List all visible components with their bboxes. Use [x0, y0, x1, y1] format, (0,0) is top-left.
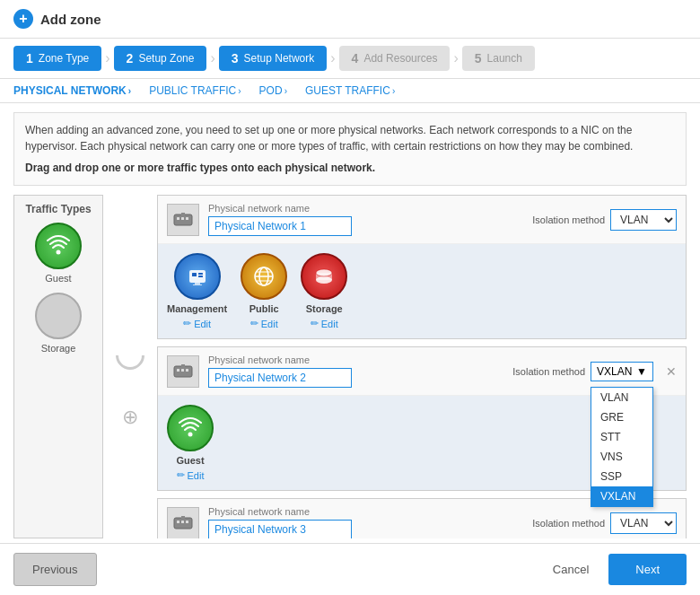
dropdown-option-vlan[interactable]: VLAN [591, 388, 652, 407]
traffic-item-storage[interactable]: Storage [22, 293, 95, 354]
isolation-label-1: Isolation method [532, 214, 605, 225]
subnav-pod-label: POD [259, 84, 283, 97]
network-name-input-3[interactable] [208, 520, 352, 538]
svg-rect-22 [177, 369, 179, 372]
subnav-guest-traffic[interactable]: GUEST TRAFFIC › [305, 84, 395, 97]
svg-rect-5 [181, 213, 185, 215]
guest-traffic-label: Guest [45, 273, 71, 284]
subnav-physical-network-label: PHYSICAL NETWORK [13, 84, 127, 97]
step-5-label: Launch [487, 52, 522, 65]
dropdown-option-ssp[interactable]: SSP [591, 467, 652, 486]
storage-traffic-icon [35, 293, 82, 339]
svg-rect-24 [186, 369, 188, 372]
steps-bar: 1 Zone Type › 2 Setup Zone › 3 Setup Net… [0, 39, 700, 79]
right-buttons: Cancel Next [542, 554, 687, 585]
step-1-label: Zone Type [39, 52, 89, 65]
guest-icon-2 [167, 405, 214, 451]
network-card-1: Physical network name Isolation method V… [157, 195, 687, 339]
svg-rect-28 [177, 521, 179, 523]
isolation-select-3[interactable]: VLAN GRE STT VNS SSP VXLAN [610, 512, 677, 534]
management-icon [174, 253, 221, 300]
public-edit-label: Edit [261, 319, 278, 329]
step-4-label: Add Resources [363, 52, 437, 65]
isolation-dropdown-arrow-2: ▼ [636, 365, 647, 378]
subnav-pod[interactable]: POD › [259, 84, 287, 97]
public-label: Public [249, 303, 279, 314]
info-drag-text: Drag and drop one or more traffic types … [25, 160, 675, 176]
isolation-dropdown-2[interactable]: VXLAN ▼ [591, 362, 653, 381]
svg-rect-10 [195, 283, 200, 284]
step-arrow-2: › [210, 50, 214, 66]
content-area: Traffic Types Guest Storage [0, 195, 700, 543]
network-name-input-2[interactable] [208, 368, 352, 388]
cancel-button[interactable]: Cancel [542, 556, 599, 583]
previous-button[interactable]: Previous [13, 553, 97, 586]
isolation-label-2: Isolation method [512, 366, 585, 377]
storage-edit-label: Edit [321, 319, 338, 329]
edit-pencil-icon-public: ✏ [250, 318, 258, 329]
edit-pencil-icon-storage: ✏ [311, 318, 319, 329]
step-2[interactable]: 2 Setup Zone [114, 46, 207, 71]
subnav-physical-network-arrow: › [128, 86, 131, 96]
next-button[interactable]: Next [608, 554, 687, 585]
add-zone-icon: + [13, 9, 33, 29]
svg-point-26 [188, 433, 193, 437]
network-card-1-header: Physical network name Isolation method V… [158, 196, 686, 244]
svg-point-0 [57, 250, 61, 255]
subnav-physical-network[interactable]: PHYSICAL NETWORK › [13, 84, 131, 97]
step-5-num: 5 [475, 51, 482, 66]
networks-area: Physical network name Isolation method V… [157, 195, 687, 538]
storage-icon [301, 253, 347, 300]
network-name-section-1: Physical network name [208, 203, 523, 236]
isolation-section-1: Isolation method VLAN GRE STT VNS SSP VX… [532, 209, 677, 231]
network-card-2-close[interactable]: ✕ [666, 364, 677, 379]
dropdown-option-vns[interactable]: VNS [591, 447, 652, 467]
step-3-label: Setup Network [244, 52, 315, 65]
traffic-node-management: Management ✏ Edit [167, 253, 227, 329]
dropdown-option-vxlan[interactable]: VXLAN [591, 486, 652, 506]
management-edit[interactable]: ✏ Edit [183, 318, 211, 329]
network-name-section-3: Physical network name [208, 506, 523, 538]
info-box: When adding an advanced zone, you need t… [13, 112, 687, 186]
edit-pencil-icon-guest: ✏ [177, 469, 185, 481]
step-3[interactable]: 3 Setup Network [219, 46, 328, 71]
svg-rect-23 [181, 369, 184, 372]
isolation-section-3: Isolation method VLAN GRE STT VNS SSP VX… [532, 512, 677, 534]
guest-edit-2[interactable]: ✏ Edit [177, 469, 205, 481]
management-edit-label: Edit [194, 319, 211, 329]
network-name-input-1[interactable] [208, 216, 352, 236]
step-4[interactable]: 4 Add Resources [339, 46, 451, 71]
subnav-public-traffic-label: PUBLIC TRAFFIC [149, 84, 236, 97]
isolation-dropdown-list-2: VLAN GRE STT VNS SSP VXLAN [591, 387, 653, 507]
network-card-1-body: Management ✏ Edit [158, 244, 686, 338]
traffic-node-storage: Storage ✏ Edit [301, 253, 347, 329]
isolation-selected-label-2: VXLAN [597, 365, 632, 378]
step-2-label: Setup Zone [138, 52, 194, 65]
network-name-label-1: Physical network name [208, 203, 523, 214]
svg-rect-29 [181, 521, 184, 523]
rotate-arrow-icon [109, 335, 150, 375]
subnav-public-traffic-arrow: › [238, 86, 241, 96]
public-icon [241, 253, 287, 300]
drag-handle-icon: ⊕ [122, 406, 138, 429]
subnav-public-traffic[interactable]: PUBLIC TRAFFIC › [149, 84, 241, 97]
step-5[interactable]: 5 Launch [462, 46, 535, 71]
storage-label: Storage [306, 303, 343, 314]
traffic-item-guest[interactable]: Guest [22, 223, 95, 284]
network-name-label-2: Physical network name [208, 354, 503, 365]
public-edit[interactable]: ✏ Edit [250, 318, 278, 329]
svg-rect-25 [181, 364, 185, 367]
dropdown-option-gre[interactable]: GRE [591, 407, 652, 427]
guest-label-2: Guest [176, 455, 204, 466]
step-arrow-1: › [105, 50, 109, 66]
traffic-types-panel: Traffic Types Guest Storage [13, 195, 103, 538]
step-1[interactable]: 1 Zone Type [13, 46, 101, 71]
traffic-node-public: Public ✏ Edit [241, 253, 287, 329]
svg-point-19 [316, 276, 332, 284]
isolation-dropdown-container-2: VXLAN ▼ VLAN GRE STT VNS SSP VXLAN [591, 362, 653, 381]
dropdown-option-stt[interactable]: STT [591, 427, 652, 447]
isolation-select-1[interactable]: VLAN GRE STT VNS SSP VXLAN [610, 209, 677, 231]
svg-rect-7 [192, 273, 197, 276]
storage-edit[interactable]: ✏ Edit [311, 318, 338, 329]
info-text: When adding an advanced zone, you need t… [25, 124, 633, 153]
